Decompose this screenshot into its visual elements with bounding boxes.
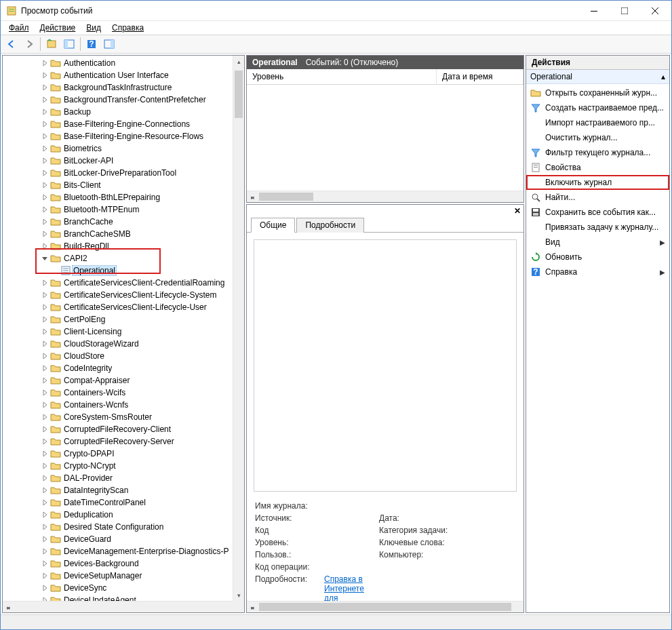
expander-icon[interactable] (39, 511, 50, 518)
expander-icon[interactable] (39, 572, 50, 579)
expander-icon[interactable] (39, 462, 50, 469)
tree-item[interactable]: Base-Filtering-Engine-Connections (3, 118, 244, 130)
tree-item[interactable]: CloudStorageWizard (3, 338, 244, 350)
help-button[interactable]: ? (83, 37, 100, 52)
tree-item[interactable]: Devices-Background (3, 557, 244, 570)
expander-icon[interactable] (39, 450, 50, 457)
tree-item[interactable]: Biometrics (3, 142, 244, 155)
tree-item[interactable]: Authentication (3, 57, 244, 69)
menu-view[interactable]: Вид (82, 22, 105, 33)
tree-item[interactable]: Crypto-NCrypt (3, 460, 244, 472)
tree-item[interactable]: BackgroundTransfer-ContentPrefetcher (3, 94, 244, 106)
expander-icon[interactable] (39, 121, 50, 127)
back-button[interactable] (3, 37, 20, 52)
tree-item[interactable]: CloudStore (3, 350, 244, 362)
tree-item[interactable]: Containers-Wcnfs (3, 399, 244, 411)
expander-icon[interactable] (39, 414, 50, 420)
action-help[interactable]: ? Справка ▶ (526, 264, 669, 279)
tree-item[interactable]: Crypto-DPAPI (3, 448, 244, 460)
tree-item[interactable]: DeviceSync (3, 582, 244, 594)
expander-icon[interactable] (39, 316, 50, 323)
events-scrollbar-horizontal[interactable]: ◂ ▸ (247, 191, 523, 202)
expander-icon[interactable] (39, 499, 50, 506)
expander-icon[interactable] (39, 475, 50, 481)
tree-item[interactable]: Bits-Client (3, 179, 244, 191)
action-filter-log[interactable]: Фильтр текущего журнала... (526, 145, 669, 160)
expander-icon[interactable] (39, 560, 50, 567)
expander-icon[interactable] (39, 206, 50, 213)
forward-button[interactable] (21, 37, 37, 52)
tree-item[interactable]: Build-RegDll (3, 240, 244, 252)
expander-icon[interactable] (39, 231, 50, 237)
tree-pane[interactable]: AuthenticationAuthentication User Interf… (2, 55, 245, 613)
tree-item[interactable]: BitLocker-DrivePreparationTool (3, 167, 244, 179)
expander-icon[interactable] (39, 536, 50, 543)
tree-item[interactable]: BitLocker-API (3, 155, 244, 167)
expander-icon[interactable] (39, 304, 50, 311)
expander-icon[interactable] (39, 328, 50, 335)
action-enable-log[interactable]: Включить журнал (526, 175, 669, 190)
action-attach-task[interactable]: Привязать задачу к журналу... (526, 220, 669, 235)
expander-icon[interactable] (39, 487, 50, 494)
expander-icon[interactable] (39, 243, 50, 250)
expander-icon[interactable] (39, 60, 50, 66)
expander-icon[interactable] (39, 84, 50, 91)
tree-item[interactable]: Containers-Wcifs (3, 387, 244, 399)
tree-item[interactable]: CertificateServicesClient-Lifecycle-User (3, 301, 244, 313)
tree-item[interactable]: CertPolEng (3, 313, 244, 326)
expander-icon[interactable] (39, 585, 50, 591)
expander-icon[interactable] (39, 96, 50, 103)
action-properties[interactable]: Свойства (526, 160, 669, 175)
tree-item[interactable]: BackgroundTaskInfrastructure (3, 81, 244, 94)
expander-icon[interactable] (39, 255, 50, 262)
action-view-submenu[interactable]: Вид ▶ (526, 235, 669, 250)
events-body[interactable]: ◂ ▸ (247, 85, 523, 202)
col-datetime[interactable]: Дата и время (437, 69, 523, 84)
expander-icon[interactable] (39, 389, 50, 396)
action-refresh[interactable]: Обновить (526, 250, 669, 264)
tree-item[interactable]: BranchCache (3, 216, 244, 228)
actions-group-title[interactable]: Operational ▴ (526, 70, 669, 84)
expander-icon[interactable] (39, 182, 50, 189)
minimize-button[interactable] (578, 1, 609, 20)
expander-icon[interactable] (39, 72, 50, 79)
help-link[interactable]: Справка в Интернете для (324, 574, 364, 603)
tree-item[interactable]: CodeIntegrity (3, 362, 244, 374)
expander-icon[interactable] (39, 194, 50, 201)
expander-icon[interactable] (39, 401, 50, 408)
tree-item[interactable]: Desired State Configuration (3, 521, 244, 533)
detail-scrollbar-horizontal[interactable]: ◂ ▸ (247, 601, 523, 612)
menu-file[interactable]: Файл (5, 22, 33, 33)
expander-icon[interactable] (39, 377, 50, 384)
tree-item[interactable]: DeviceManagement-Enterprise-Diagnostics-… (3, 545, 244, 557)
expander-icon[interactable] (39, 218, 50, 225)
expander-icon[interactable] (39, 109, 50, 115)
action-save-all-events[interactable]: Сохранить все события как... (526, 205, 669, 220)
detail-close-button[interactable]: ✕ (514, 206, 521, 216)
expander-icon[interactable] (39, 340, 50, 347)
tree-item[interactable]: Client-Licensing (3, 326, 244, 338)
tree-item[interactable]: DeviceSetupManager (3, 570, 244, 582)
action-open-saved-log[interactable]: Открыть сохраненный журн... (526, 85, 669, 100)
expander-icon[interactable] (39, 170, 50, 176)
tree-item[interactable]: Bluetooth-BthLEPrepairing (3, 191, 244, 203)
action-import-custom-view[interactable]: Импорт настраиваемого пр... (526, 115, 669, 130)
expander-icon[interactable] (39, 365, 50, 372)
expander-icon[interactable] (39, 292, 50, 298)
tree-scrollbar-horizontal[interactable]: ◂ ▸ (3, 601, 233, 612)
tab-details[interactable]: Подробности (296, 218, 364, 233)
tree-item[interactable]: CorruptedFileRecovery-Server (3, 435, 244, 448)
tree-item[interactable]: Backup (3, 106, 244, 118)
tree-item[interactable]: Authentication User Interface (3, 69, 244, 81)
tree-item[interactable]: CAPI2 (3, 252, 244, 264)
col-level[interactable]: Уровень (247, 69, 437, 84)
expander-icon[interactable] (39, 279, 50, 286)
menu-action[interactable]: Действие (36, 22, 80, 33)
close-button[interactable] (639, 1, 670, 20)
tree-item[interactable]: Compat-Appraiser (3, 374, 244, 387)
tree-item[interactable]: DataIntegrityScan (3, 484, 244, 496)
tab-general[interactable]: Общие (251, 218, 295, 233)
action-clear-log[interactable]: Очистить журнал... (526, 130, 669, 145)
tree-item[interactable]: CertificateServicesClient-CredentialRoam… (3, 277, 244, 289)
action-find[interactable]: Найти... (526, 190, 669, 205)
